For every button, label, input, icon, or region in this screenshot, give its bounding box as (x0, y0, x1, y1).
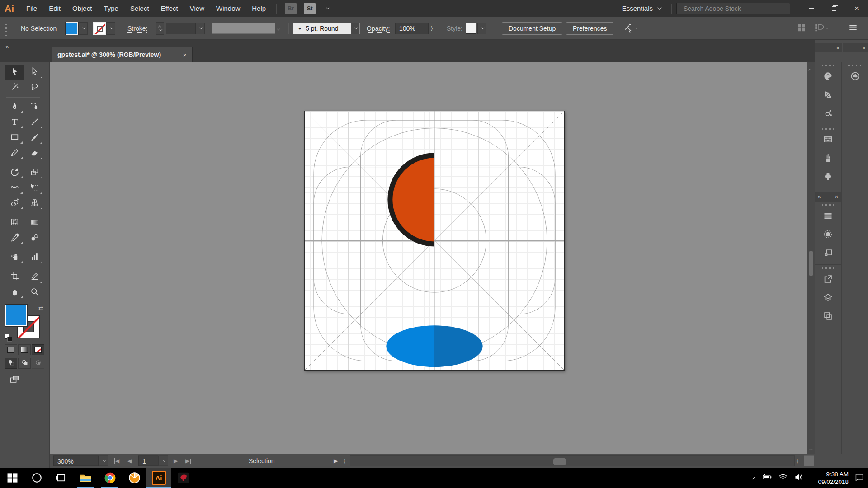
canvas-area[interactable] (50, 62, 815, 454)
color-button[interactable] (5, 344, 17, 355)
previous-artboard-button[interactable]: ◀ (127, 458, 132, 464)
horizontal-scroll-thumb[interactable] (553, 458, 566, 465)
rectangle-tool[interactable] (5, 130, 24, 145)
main-menu-3[interactable]: Type (98, 5, 124, 12)
scroll-left-icon[interactable]: ⟨ (344, 458, 346, 464)
color-panel[interactable] (815, 67, 841, 86)
panel-grip[interactable] (820, 128, 837, 130)
document-setup-button[interactable]: Document Setup (502, 22, 562, 34)
selection-tool[interactable] (5, 65, 24, 80)
panel-menu-button[interactable] (848, 23, 858, 34)
stroke-panel-link[interactable]: Stroke: (127, 25, 147, 32)
opacity-field[interactable]: 100% (395, 23, 429, 34)
horizontal-scrollbar[interactable] (350, 455, 795, 466)
taskbar-start[interactable] (0, 468, 24, 488)
slice-tool[interactable] (24, 269, 44, 285)
gradient-tool[interactable] (24, 215, 44, 230)
brush-definition-field[interactable]: ● 5 pt. Round (293, 23, 351, 34)
brush-dropdown[interactable] (351, 23, 360, 34)
none-button[interactable] (32, 344, 44, 355)
swap-fill-stroke-icon[interactable]: ⇄ (38, 305, 43, 311)
taskbar-illustrator[interactable]: Ai (146, 468, 171, 488)
workspace-switcher[interactable]: Essentials (622, 5, 660, 12)
main-menu-2[interactable]: Object (66, 5, 98, 12)
draw-behind-button[interactable] (18, 358, 31, 369)
curvature-tool[interactable] (24, 99, 44, 115)
hand-tool[interactable] (5, 285, 24, 300)
close-tab-icon[interactable]: × (183, 51, 187, 59)
panel-grip[interactable] (847, 65, 864, 66)
line-segment-tool[interactable] (24, 115, 44, 130)
gradient-button[interactable] (18, 344, 31, 355)
dock-collapse-left[interactable]: « (815, 43, 842, 52)
taskbar-file-explorer[interactable] (73, 468, 98, 488)
magic-wand-tool[interactable] (5, 80, 24, 95)
shaper-tool[interactable] (5, 145, 24, 161)
panel-grip[interactable] (5, 21, 7, 36)
color-themes-panel[interactable] (815, 104, 841, 123)
artboard-number-field[interactable]: 1 (138, 456, 158, 466)
close-panel-icon[interactable]: × (835, 194, 838, 200)
taskbar-clock[interactable]: 9:38 AM 09/02/2018 (810, 470, 849, 486)
wifi-icon[interactable] (778, 472, 788, 484)
last-artboard-button[interactable]: ▶ (185, 458, 191, 464)
layers-panel[interactable] (815, 289, 841, 307)
zoom-level-dropdown[interactable] (99, 456, 108, 466)
stroke-weight-dropdown[interactable] (196, 23, 205, 34)
stroke-color-swatch[interactable] (93, 22, 106, 35)
first-artboard-button[interactable]: ◀ (114, 458, 119, 464)
rotate-tool[interactable] (5, 165, 24, 180)
panel-grip[interactable] (820, 267, 837, 269)
volume-icon[interactable] (794, 472, 804, 484)
fill-color-dropdown[interactable] (79, 22, 88, 35)
vertical-scrollbar[interactable] (807, 62, 815, 454)
bridge-badge[interactable]: Br (285, 3, 297, 14)
eraser-tool[interactable] (24, 145, 44, 161)
zoom-level-field[interactable]: 300% (53, 456, 99, 466)
stock-badge[interactable]: St (304, 3, 316, 14)
status-flyout-button[interactable]: ▶ (334, 458, 338, 464)
taskbar-cortana[interactable] (24, 468, 49, 488)
scale-tool[interactable] (24, 165, 44, 180)
lasso-tool[interactable] (24, 80, 44, 95)
main-menu-0[interactable]: File (20, 5, 43, 12)
select-similar-button[interactable] (623, 23, 637, 34)
blue-ellipse-left-half[interactable] (386, 325, 434, 367)
swatches-panel[interactable] (815, 131, 841, 149)
panel-grip[interactable] (820, 204, 837, 206)
minimize-button[interactable] (800, 0, 823, 17)
fill-swatch[interactable] (5, 305, 27, 326)
artboard-tool[interactable] (5, 269, 24, 285)
main-menu-1[interactable]: Edit (43, 5, 66, 12)
document-arrange-grid-button[interactable] (797, 23, 807, 34)
adobe-stock-search[interactable]: Search Adobe Stock (676, 3, 790, 14)
stroke-panel[interactable] (815, 207, 841, 225)
app-logo-ai[interactable]: Ai (0, 3, 20, 14)
taskbar-chrome[interactable] (98, 468, 122, 488)
shape-builder-tool[interactable] (5, 196, 24, 211)
fill-color-swatch[interactable] (66, 22, 78, 35)
orange-semicircle-shape[interactable] (390, 155, 434, 244)
width-tool[interactable] (5, 180, 24, 196)
main-menu-7[interactable]: Window (210, 5, 246, 12)
symbols-panel[interactable] (815, 168, 841, 186)
arrange-documents-button[interactable] (324, 5, 328, 12)
eyedropper-tool[interactable] (5, 230, 24, 246)
direct-selection-tool[interactable] (24, 65, 44, 80)
links-panel[interactable] (815, 244, 841, 263)
style-dropdown[interactable] (477, 23, 486, 34)
pen-tool[interactable] (5, 99, 24, 115)
style-swatch[interactable] (466, 23, 476, 34)
transparency-panel[interactable] (815, 225, 841, 244)
artboard-dropdown[interactable] (158, 456, 168, 466)
stroke-weight-stepper[interactable] (156, 22, 164, 35)
taskbar-garena[interactable] (171, 468, 195, 488)
opacity-expand-button[interactable]: 〉 (431, 25, 433, 32)
blue-ellipse-right-half[interactable] (434, 325, 483, 367)
column-graph-tool[interactable] (24, 250, 44, 265)
default-fill-stroke-icon[interactable] (5, 334, 12, 342)
color-guide-panel[interactable] (815, 86, 841, 104)
type-tool[interactable] (5, 115, 24, 130)
expand-panel-icon[interactable]: » (818, 194, 821, 200)
mesh-tool[interactable] (5, 215, 24, 230)
